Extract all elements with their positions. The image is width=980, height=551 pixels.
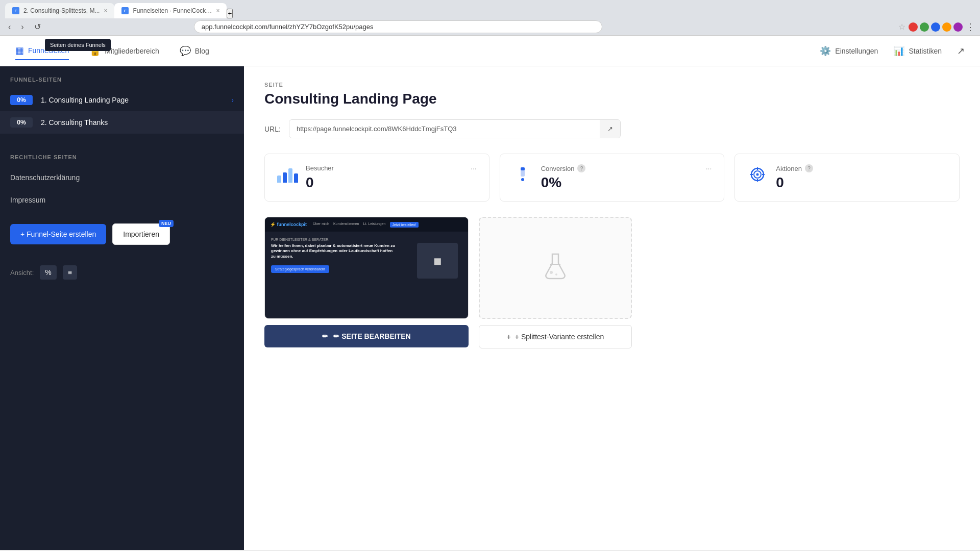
funnel-pages-section: FUNNEL-SEITEN 0% 1. Consulting Landing P… (0, 77, 244, 142)
legal-section: RECHTLICHE SEITEN Datenschutzerklärung I… (0, 154, 244, 211)
stat-card-besucher: Besucher ··· 0 (264, 154, 489, 202)
nav-right: ⚙️ Einstellungen 📊 Statistiken ↗ (820, 42, 965, 60)
url-text: app.funnelcockpit.com/funnel/zhYZY7bOzgo… (202, 23, 374, 31)
conversion-header: Conversion ? ··· (541, 164, 712, 172)
external-link-icon: ↗ (607, 125, 613, 133)
preview-link-1: Über mich (313, 222, 329, 228)
main-content: FUNNEL-SEITEN 0% 1. Consulting Landing P… (0, 66, 980, 550)
url-bar[interactable]: app.funnelcockpit.com/funnel/zhYZY7bOzgo… (194, 20, 602, 33)
preview-small-text: FÜR DIENSTLEISTER & BERATER: (271, 238, 462, 241)
besucher-menu[interactable]: ··· (471, 164, 477, 172)
aktionen-value: 0 (776, 174, 947, 191)
tab-title-1: 2. Consulting-Splittests, M... (23, 7, 100, 14)
nav-blog-label: Blog (195, 47, 209, 55)
bar-3 (288, 168, 292, 183)
nav-statistiken-label: Statistiken (909, 47, 942, 55)
nav-einstellungen[interactable]: ⚙️ Einstellungen (820, 42, 878, 60)
stats-icon: 📊 (893, 45, 904, 57)
reload-button[interactable]: ↺ (31, 21, 44, 33)
nav-statistiken[interactable]: 📊 Statistiken (893, 42, 942, 60)
sidebar: FUNNEL-SEITEN 0% 1. Consulting Landing P… (0, 66, 244, 550)
star-icon: ☆ (898, 22, 905, 32)
besucher-name: Besucher (306, 164, 334, 172)
url-section: URL: ↗ (264, 119, 960, 138)
conversion-value: 0% (541, 174, 712, 191)
gear-icon: ⚙️ (820, 45, 831, 57)
legal-item-1[interactable]: Datenschutzerklärung (0, 166, 244, 189)
split-test-label: + Splittest-Variante erstellen (515, 333, 604, 341)
preview-cta: Strategiegespräch vereinbaren! (271, 265, 329, 273)
percent-badge-2: 0% (10, 117, 33, 128)
aktionen-icon-wrap (747, 164, 768, 185)
page-name-2: 2. Consulting Thanks (41, 118, 234, 127)
bar-2 (283, 172, 287, 183)
flask-icon (543, 252, 568, 284)
edit-page-button[interactable]: ✏ ✏ SEITE BEARBEITEN (264, 325, 469, 347)
stat-card-aktionen: Aktionen ? 0 (734, 154, 960, 202)
besucher-content: Besucher ··· 0 (306, 164, 477, 191)
edit-page-label: ✏ SEITE BEARBEITEN (333, 332, 410, 340)
import-button[interactable]: Importieren NEU (112, 223, 170, 245)
bar-4 (294, 173, 298, 183)
percent-badge-1: 0% (10, 95, 33, 105)
browser-tabs: F 2. Consulting-Splittests, M... × F Fun… (5, 0, 975, 18)
svg-rect-1 (521, 167, 525, 170)
svg-point-2 (521, 178, 524, 181)
view-percent-button[interactable]: % (40, 265, 56, 280)
close-tab-2[interactable]: × (216, 7, 219, 14)
extension-icon-1 (909, 22, 918, 32)
view-toggle: Ansicht: % ≡ (0, 257, 244, 288)
import-label: Importieren (123, 230, 159, 238)
view-label: Ansicht: (10, 269, 34, 277)
aktionen-header: Aktionen ? (776, 164, 947, 172)
nav-blog[interactable]: 💬 Blog (180, 42, 209, 60)
forward-button[interactable]: › (18, 21, 27, 33)
url-input[interactable] (289, 120, 600, 138)
preview-row: ⚡ funnelcockpit Über mich Kundenstimmen … (264, 217, 960, 348)
url-open-button[interactable]: ↗ (600, 120, 620, 138)
svg-point-13 (555, 273, 557, 276)
preview-link-3: Lt. Leistungen (363, 222, 386, 228)
nav-share[interactable]: ↗ (957, 42, 965, 60)
legal-item-2[interactable]: Impressum (0, 189, 244, 211)
address-bar: ‹ › ↺ app.funnelcockpit.com/funnel/zhYZY… (0, 18, 980, 36)
page-name-1: 1. Consulting Landing Page (41, 96, 227, 104)
target-icon (749, 166, 766, 183)
sidebar-actions: + Funnel-Seite erstellen Importieren NEU (0, 211, 244, 257)
close-tab-1[interactable]: × (104, 7, 107, 14)
extension-icon-5 (953, 22, 963, 32)
conversion-content: Conversion ? ··· 0% (541, 164, 712, 191)
browser-tab-1[interactable]: F 2. Consulting-Splittests, M... × (5, 3, 114, 18)
browser-tab-2[interactable]: F Funnelseiten · FunnelCockpit × (114, 3, 227, 18)
back-button[interactable]: ‹ (5, 21, 14, 33)
top-nav: ▦ Funnelseiten 🔒 Mitgliederbereich 💬 Blo… (0, 36, 980, 66)
content-area: SEITE Consulting Landing Page URL: ↗ (244, 66, 980, 550)
conversion-name: Conversion ? (541, 164, 586, 172)
nav-mitgliederbereich-label: Mitgliederbereich (105, 47, 159, 55)
view-list-button[interactable]: ≡ (63, 265, 77, 280)
aktionen-info-icon[interactable]: ? (805, 164, 813, 172)
conversion-icon-wrap (512, 164, 533, 185)
new-badge: NEU (159, 220, 174, 227)
favicon-2: F (121, 7, 129, 14)
share-icon: ↗ (957, 45, 965, 57)
funnel-preview-links: Über mich Kundenstimmen Lt. Leistungen J… (313, 222, 419, 228)
app: Seiten deines Funnels ▦ Funnelseiten 🔒 M… (0, 36, 980, 550)
conversion-icon (514, 166, 531, 183)
conversion-info-icon[interactable]: ? (577, 164, 585, 172)
filter-icon: ▦ (15, 45, 24, 56)
svg-point-12 (550, 271, 553, 274)
funnel-page-item-1[interactable]: 0% 1. Consulting Landing Page › (0, 89, 244, 111)
besucher-header: Besucher ··· (306, 164, 477, 172)
svg-point-5 (756, 173, 759, 176)
menu-icon[interactable]: ⋮ (966, 21, 975, 33)
funnel-page-item-2[interactable]: 0% 2. Consulting Thanks (0, 111, 244, 134)
aktionen-content: Aktionen ? 0 (776, 164, 947, 191)
edit-icon: ✏ (322, 332, 328, 340)
create-funnel-page-button[interactable]: + Funnel-Seite erstellen (10, 224, 106, 244)
new-tab-button[interactable]: + (227, 9, 233, 18)
funnel-preview-image: ◼ (417, 243, 458, 279)
split-test-button[interactable]: + + Splittest-Variante erstellen (479, 325, 632, 348)
conversion-menu[interactable]: ··· (706, 164, 712, 172)
arrow-icon-1: › (231, 96, 234, 104)
